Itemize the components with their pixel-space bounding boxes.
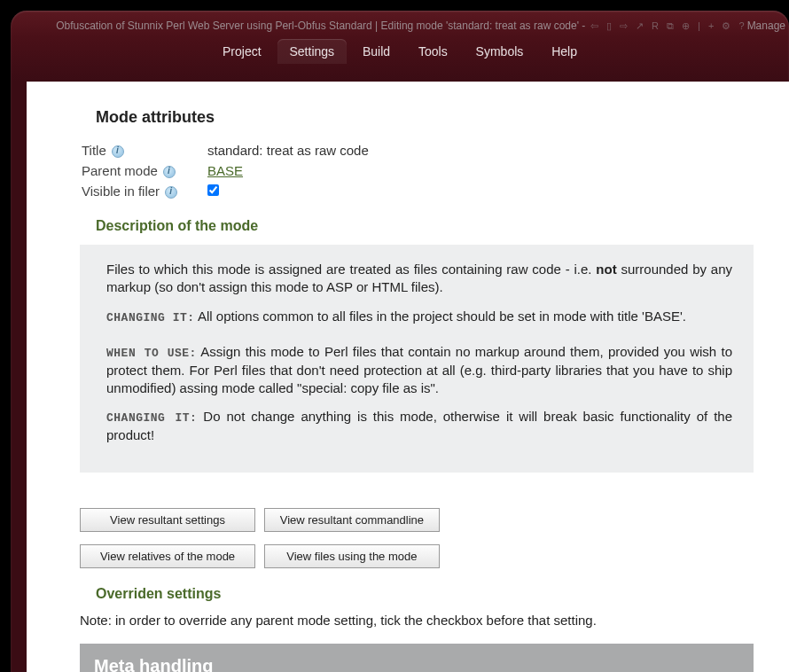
meta-handling-bar[interactable]: Meta handling <box>80 644 754 672</box>
menubar: Project Settings Build Tools Symbols Hel… <box>11 35 789 71</box>
mode-attributes-heading: Mode attributes <box>96 108 754 127</box>
nav-sep-icon: | <box>696 20 703 31</box>
window-title: Obfuscation of Stunnix Perl Web Server u… <box>56 20 585 32</box>
nav-help-icon[interactable]: ? <box>738 20 747 31</box>
info-icon[interactable] <box>112 145 124 158</box>
info-icon[interactable] <box>165 186 177 199</box>
toolbar-suffix: Manage <box>747 20 785 32</box>
menu-settings[interactable]: Settings <box>277 39 348 64</box>
nav-stop-icon[interactable]: ▯ <box>605 20 614 32</box>
view-files-using-mode-button[interactable]: View files using the mode <box>264 544 440 568</box>
nav-copy-icon[interactable]: ⧉ <box>665 20 676 32</box>
changing-it-tag: CHANGING IT: <box>106 411 197 425</box>
menu-symbols[interactable]: Symbols <box>464 39 536 64</box>
menu-help[interactable]: Help <box>539 39 590 64</box>
parent-mode-link[interactable]: BASE <box>207 163 243 178</box>
description-paragraph-2: CHANGING IT: All options common to all f… <box>106 308 732 326</box>
attributes-table: Title standard: treat as raw code Parent… <box>80 139 376 202</box>
menu-project[interactable]: Project <box>210 39 274 64</box>
menu-build[interactable]: Build <box>350 39 402 64</box>
description-heading: Description of the mode <box>96 218 754 234</box>
window-titlebar: Obfuscation of Stunnix Perl Web Server u… <box>11 11 789 35</box>
nav-popout-icon[interactable]: ↗ <box>634 20 646 32</box>
nav-plus-icon[interactable]: + <box>707 20 716 31</box>
action-buttons: View resultant settings View resultant c… <box>80 508 754 568</box>
view-resultant-commandline-button[interactable]: View resultant commandline <box>264 508 440 532</box>
description-paragraph-4: CHANGING IT: Do not change anything is t… <box>106 408 732 444</box>
content-area: Mode attributes Title standard: treat as… <box>27 82 789 672</box>
view-resultant-settings-button[interactable]: View resultant settings <box>80 508 255 532</box>
description-paragraph-3: WHEN TO USE: Assign this mode to Perl fi… <box>106 343 732 397</box>
description-box: Files to which this mode is assigned are… <box>80 245 754 473</box>
nav-back-icon[interactable]: ⇦ <box>589 20 601 32</box>
view-relatives-button[interactable]: View relatives of the mode <box>80 544 255 568</box>
title-label: Title <box>82 143 106 158</box>
description-paragraph-1: Files to which this mode is assigned are… <box>106 261 732 297</box>
visible-in-filer-checkbox[interactable] <box>207 184 219 196</box>
nav-reload-icon[interactable]: R <box>650 20 661 31</box>
visible-in-filer-label: Visible in filer <box>82 184 160 199</box>
overridden-settings-heading: Overriden settings <box>96 586 754 602</box>
parent-mode-label: Parent mode <box>82 163 158 178</box>
nav-forward-icon[interactable]: ⇨ <box>618 20 630 32</box>
when-to-use-tag: WHEN TO USE: <box>106 347 197 360</box>
toolbar-icons: ⇦ ▯ ⇨ ↗ R ⧉ ⊕ | + ⚙ ? <box>589 20 747 32</box>
nav-add-icon[interactable]: ⊕ <box>680 20 692 32</box>
nav-settings-icon[interactable]: ⚙ <box>720 20 733 32</box>
changing-it-tag: CHANGING IT: <box>106 311 195 324</box>
info-icon[interactable] <box>163 166 176 178</box>
override-note: Note: in order to override any parent mo… <box>80 613 754 628</box>
menu-tools[interactable]: Tools <box>406 39 460 64</box>
title-value: standard: treat as raw code <box>207 141 374 160</box>
